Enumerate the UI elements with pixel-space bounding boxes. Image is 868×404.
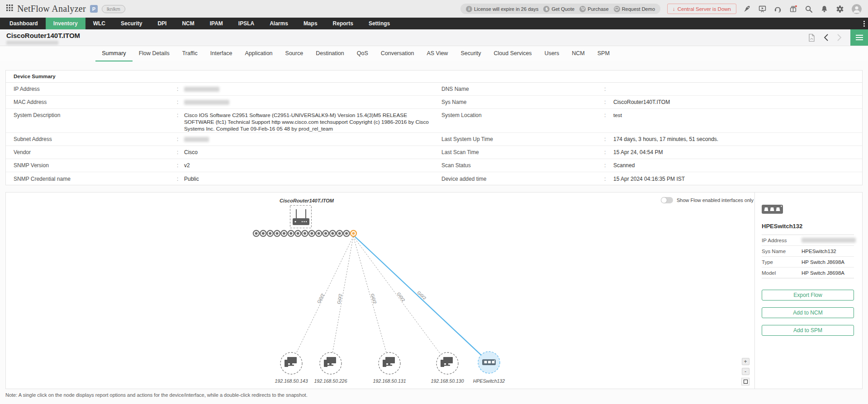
down-arrow-icon: ↓ (673, 6, 675, 12)
nav-tab-alarms[interactable]: Alarms (262, 18, 296, 29)
title-row: CiscoRouter140T.ITOM (0, 29, 868, 46)
rocket-icon[interactable] (743, 5, 751, 13)
port-dot (345, 232, 348, 235)
redacted-value (802, 238, 856, 243)
central-server-button[interactable]: ↓ Central Server is Down (667, 4, 736, 14)
nav-tab-dpi[interactable]: DPI (150, 18, 174, 29)
field-value: 15 Apr 24, 04:54 PM (613, 149, 862, 155)
subtab-bar: SummaryFlow DetailsTrafficInterfaceAppli… (0, 46, 868, 61)
request-demo-button[interactable]: Request Demo (614, 6, 655, 12)
tab-application[interactable]: Application (238, 46, 279, 61)
field-value: CiscoRouter140T.ITOM (613, 99, 862, 105)
notifications-bell-icon[interactable] (821, 5, 828, 13)
detail-value: HP Switch J8698A (802, 270, 854, 276)
menu-icon[interactable] (850, 29, 868, 46)
prev-icon[interactable] (823, 33, 829, 42)
detail-row: IP Address (762, 235, 854, 246)
pdf-export-icon[interactable] (808, 33, 815, 42)
summary-row: SNMP Version:v2Scan Status:Scanned (6, 159, 862, 172)
tab-flow-details[interactable]: Flow Details (133, 46, 176, 61)
flow-interfaces-toggle[interactable] (661, 197, 673, 203)
settings-gear-icon[interactable] (836, 5, 844, 13)
tab-traffic[interactable]: Traffic (176, 46, 204, 61)
detail-buttons: Export FlowAdd to NCMAdd to SPM (762, 290, 854, 336)
presentation-icon[interactable] (759, 5, 766, 13)
tab-source[interactable]: Source (279, 46, 310, 61)
node-pc[interactable]: 192.168.50.143 (275, 352, 308, 384)
gift-icon[interactable] (789, 5, 797, 13)
top-bar: NetFlow Analyzer P lknlkm i License will… (0, 0, 868, 18)
next-icon[interactable] (837, 33, 842, 42)
summary-row: MAC Address:Sys Name:CiscoRouter140T.ITO… (6, 96, 862, 109)
app-title: NetFlow Analyzer (17, 4, 86, 14)
port-dot (331, 232, 334, 235)
edge-label: Gi0/2 (396, 291, 406, 303)
avatar[interactable] (852, 4, 862, 14)
nav-tab-reports[interactable]: Reports (325, 18, 361, 29)
support-headset-icon[interactable] (774, 5, 782, 13)
add-to-ncm-button[interactable]: Add to NCM (762, 307, 854, 318)
redacted-device-ip (6, 41, 58, 45)
tab-destination[interactable]: Destination (309, 46, 351, 61)
tab-conversation[interactable]: Conversation (375, 46, 421, 61)
nav-tab-security[interactable]: Security (113, 18, 150, 29)
nav-tab-ipam[interactable]: IPAM (202, 18, 231, 29)
nav-more-icon[interactable] (863, 18, 865, 29)
zoom-in-button[interactable]: + (742, 358, 749, 365)
tab-summary[interactable]: Summary (95, 46, 132, 61)
node-pc[interactable]: 192.168.50.226 (314, 352, 347, 384)
field-value: test (613, 112, 862, 119)
tab-spm[interactable]: SPM (591, 46, 616, 61)
add-to-spm-button[interactable]: Add to SPM (762, 325, 854, 336)
node-pc[interactable]: 192.168.50.130 (431, 352, 464, 384)
tab-users[interactable]: Users (538, 46, 566, 61)
detail-rows: IP AddressSys NameHPESwitch132TypeHP Swi… (762, 235, 854, 278)
nav-tab-ncm[interactable]: NCM (174, 18, 202, 29)
nav-tab-ipsla[interactable]: IPSLA (231, 18, 262, 29)
tab-qos[interactable]: QoS (351, 46, 375, 61)
fit-screen-button[interactable] (741, 378, 749, 385)
field-label: Sys Name (441, 99, 604, 105)
edge-label: Gi0/2 (316, 293, 325, 304)
tab-cloud-services[interactable]: Cloud Services (488, 46, 538, 61)
license-warning[interactable]: i License will expire in 26 days (466, 6, 538, 12)
tab-security[interactable]: Security (454, 46, 487, 61)
nav-tab-settings[interactable]: Settings (361, 18, 398, 29)
get-quote-label: Get Quote (551, 6, 574, 12)
purchase-label: Purchase (588, 6, 608, 12)
node-switch-selected[interactable]: HPESwitch132 (473, 352, 505, 384)
colon: : (177, 86, 184, 92)
edge (353, 236, 389, 363)
nav-tab-dashboard[interactable]: Dashboard (2, 18, 46, 29)
export-flow-button[interactable]: Export Flow (762, 290, 854, 301)
tab-interface[interactable]: Interface (204, 46, 239, 61)
app-grid-icon[interactable] (6, 5, 13, 13)
request-demo-label: Request Demo (622, 6, 655, 12)
detail-title: HPESwitch132 (762, 223, 854, 230)
redacted-value (184, 137, 209, 142)
nav-tab-maps[interactable]: Maps (296, 18, 325, 29)
topology-panel: Gi0/2 Gi0/2 Gi0/2 Gi0/2 Gi0/2 CiscoRoute… (5, 192, 863, 389)
field-label: Last Scan Time (441, 149, 604, 155)
search-icon[interactable] (805, 5, 813, 13)
purchase-button[interactable]: Purchase (579, 6, 608, 12)
redacted-value (184, 100, 229, 105)
port-dot (310, 232, 313, 235)
zoom-out-button[interactable]: - (742, 368, 749, 375)
get-quote-button[interactable]: $ Get Quote (543, 6, 574, 12)
quote-icon: $ (543, 6, 550, 12)
port-dot (324, 232, 327, 235)
summary-row: Vendor:CiscoLast Scan Time:15 Apr 24, 04… (6, 146, 862, 159)
switch-icon (482, 359, 496, 365)
summary-row: System Description:Cisco IOS Software C2… (6, 109, 862, 133)
detail-value: HP Switch J8698A (802, 259, 854, 265)
tab-ncm[interactable]: NCM (565, 46, 591, 61)
nav-tab-wlc[interactable]: WLC (85, 18, 113, 29)
node-pc[interactable]: 192.168.50.131 (373, 352, 406, 384)
nav-tab-inventory[interactable]: Inventory (46, 18, 85, 29)
field-label: Scan Status (441, 162, 604, 169)
field-label: SNMP Version (14, 162, 177, 169)
field-label: MAC Address (14, 99, 177, 105)
colon: : (177, 176, 184, 182)
tab-as-view[interactable]: AS View (420, 46, 454, 61)
